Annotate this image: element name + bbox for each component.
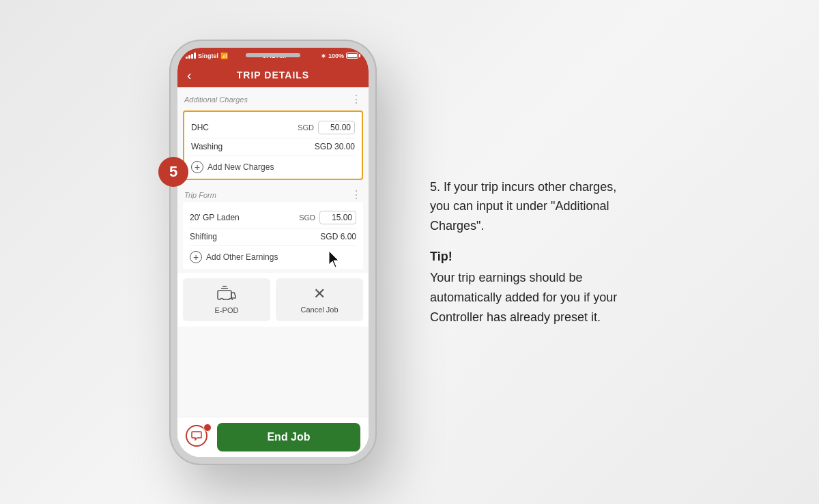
trip-right-shifting: SGD 6.00 — [320, 232, 356, 241]
phone-screen: Singtel 📶 9:41 AM ∗ 100% ‹ — [177, 48, 369, 457]
tip-body: Your trip earnings should be automatical… — [430, 268, 635, 327]
epod-icon — [217, 285, 236, 303]
end-job-button[interactable]: End Job — [217, 423, 360, 451]
cancel-job-label: Cancel Job — [300, 306, 338, 314]
svg-point-1 — [220, 298, 224, 300]
trip-label-shifting: Shifting — [190, 232, 217, 241]
bluetooth-icon: ∗ — [321, 53, 326, 59]
add-earnings-label: Add Other Earnings — [206, 252, 278, 262]
add-earnings-icon: + — [190, 251, 202, 263]
carrier-name: Singtel — [198, 53, 218, 59]
trip-input-gp-laden[interactable] — [319, 211, 356, 224]
phone-device: Singtel 📶 9:41 AM ∗ 100% ‹ — [171, 41, 375, 464]
phone-notch — [246, 53, 300, 57]
bottom-bar: End Job — [177, 417, 369, 457]
trip-form-section: 20' GP Laden SGD Shifting SGD 6.00 — [183, 202, 363, 269]
charge-right-washing: SGD 30.00 — [315, 142, 355, 151]
step-number: 5 — [169, 163, 177, 181]
add-charges-label: Add New Charges — [207, 162, 274, 172]
charge-currency-dhc: SGD — [298, 123, 314, 132]
trip-row-gp-laden: 20' GP Laden SGD — [190, 207, 356, 228]
back-button[interactable]: ‹ — [187, 68, 192, 82]
header-title: TRIP DETAILS — [237, 70, 309, 80]
step-badge: 5 — [158, 157, 188, 187]
trip-row-shifting: Shifting SGD 6.00 — [190, 228, 356, 246]
add-charges-icon: + — [191, 161, 203, 173]
add-charges-row[interactable]: + Add New Charges — [191, 155, 355, 173]
chat-badge — [203, 424, 212, 432]
content-area: Additional Charges ⋮ DHC SGD — [177, 87, 369, 417]
charge-row-dhc: DHC SGD — [191, 117, 355, 138]
status-right: ∗ 100% — [321, 53, 360, 59]
status-left: Singtel 📶 — [186, 53, 228, 59]
cancel-icon: ✕ — [313, 285, 326, 303]
trip-label-gp-laden: 20' GP Laden — [190, 213, 240, 222]
trip-currency-gp-laden: SGD — [299, 213, 315, 222]
additional-charges-title: Additional Charges — [184, 95, 248, 104]
charge-row-washing: Washing SGD 30.00 — [191, 138, 355, 155]
cursor-pointer — [326, 250, 343, 271]
tip-title: Tip! — [430, 250, 635, 264]
charge-input-dhc[interactable] — [318, 121, 355, 134]
epod-button[interactable]: E-POD — [183, 278, 270, 321]
chat-button[interactable] — [186, 425, 210, 449]
charge-label-washing: Washing — [191, 142, 222, 151]
page-container: 5 Singtel 📶 — [0, 0, 819, 504]
additional-charges-section: DHC SGD Washing SGD 30.00 — [183, 110, 363, 180]
action-buttons-row: E-POD ✕ Cancel Job — [177, 273, 369, 327]
trip-form-menu[interactable]: ⋮ — [351, 190, 362, 201]
app-header: ‹ TRIP DETAILS — [177, 63, 369, 87]
signal-icon — [186, 53, 196, 59]
wifi-icon: 📶 — [220, 53, 228, 59]
charge-label-dhc: DHC — [191, 123, 209, 132]
trip-value-shifting: SGD 6.00 — [320, 232, 356, 241]
additional-charges-menu[interactable]: ⋮ — [351, 94, 362, 105]
battery-percent: 100% — [328, 53, 344, 59]
cancel-job-button[interactable]: ✕ Cancel Job — [276, 278, 363, 321]
phone-wrapper: 5 Singtel 📶 — [171, 41, 375, 464]
epod-label: E-POD — [215, 306, 239, 314]
charge-right-dhc: SGD — [298, 121, 355, 134]
instructions-panel: 5. If your trip incurs other charges, yo… — [416, 164, 648, 341]
charge-value-washing: SGD 30.00 — [315, 142, 355, 151]
trip-form-title: Trip Form — [184, 191, 216, 199]
instruction-main-text: 5. If your trip incurs other charges, yo… — [430, 177, 635, 236]
trip-right-gp-laden: SGD — [299, 211, 356, 224]
instruction-body: If your trip incurs other charges, you c… — [430, 180, 616, 233]
instruction-step-num: 5. — [430, 180, 440, 194]
svg-point-2 — [229, 298, 233, 300]
svg-rect-0 — [218, 291, 231, 299]
battery-icon — [346, 53, 360, 59]
add-earnings-row[interactable]: + Add Other Earnings — [190, 246, 356, 263]
tip-section: Tip! Your trip earnings should be automa… — [430, 250, 635, 327]
